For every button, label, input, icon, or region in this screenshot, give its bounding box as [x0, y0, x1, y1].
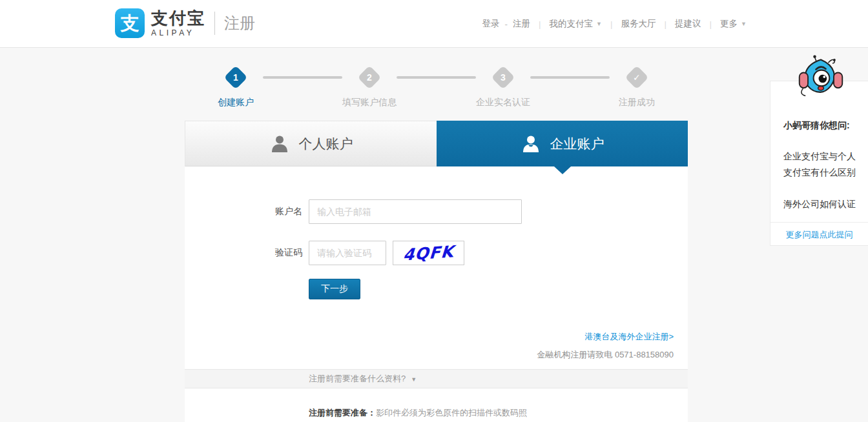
finance-contact-text: 金融机构注册请致电 — [537, 350, 612, 359]
chevron-down-icon: ▼ — [741, 21, 747, 27]
nav-separator: | — [539, 19, 541, 29]
step-connector — [263, 76, 342, 79]
top-nav: 登录 - 注册 | 我的支付宝▼ | 服务大厅 | 提建议 | 更多▼ — [482, 0, 747, 48]
step-3-label: 企业实名认证 — [476, 97, 530, 108]
step-3-number: 3 — [501, 72, 506, 83]
nav-more[interactable]: 更多▼ — [720, 18, 747, 30]
help-panel: 小蚂哥猜你想问: 企业支付宝与个人支付宝有什么区别 海外公司如何认证 更多问题点… — [770, 81, 868, 246]
alipay-logo-icon: 支 — [115, 8, 145, 38]
brand-name-en: ALIPAY — [151, 28, 205, 38]
nav-register[interactable]: 注册 — [513, 18, 530, 30]
tab-enterprise-account[interactable]: 企业账户 — [437, 121, 688, 166]
step-fill-info: 2 填写账户信息 — [338, 65, 400, 108]
captcha-input[interactable] — [309, 241, 386, 265]
nav-service-hall[interactable]: 服务大厅 — [621, 18, 656, 30]
chevron-down-icon: ▼ — [596, 21, 602, 27]
chevron-down-icon: ▼ — [411, 376, 417, 383]
finance-phone: 0571-88158090 — [615, 350, 674, 359]
page: 支 支付宝 ALIPAY 注册 登录 - 注册 | 我的支付宝▼ | 服务大厅 … — [0, 0, 868, 422]
nav-separator: | — [710, 19, 712, 29]
help-footer: 更多问题点此提问 — [770, 222, 868, 245]
tab-enterprise-label: 企业账户 — [550, 135, 604, 153]
nav-my-alipay[interactable]: 我的支付宝▼ — [550, 18, 602, 30]
logo-divider — [214, 12, 215, 35]
page-title: 注册 — [224, 8, 255, 38]
captcha-label: 验证码 — [185, 247, 309, 259]
account-name-label: 账户名 — [185, 206, 309, 217]
prep-accordion-header[interactable]: 注册前需要准备什么资料?▼ — [185, 369, 688, 388]
mascot-robot — [796, 53, 845, 103]
step-2-marker: 2 — [356, 65, 382, 90]
brand-block: 支付宝 ALIPAY — [151, 8, 205, 38]
account-name-input[interactable] — [309, 199, 522, 224]
register-card: 个人账户 企业账户 账户名 验证码 — [185, 121, 688, 422]
captcha-image[interactable]: 4QFK — [393, 241, 464, 265]
aux-links: 港澳台及海外企业注册> 金融机构注册请致电 0571-88158090 — [185, 330, 688, 361]
nav-separator: | — [665, 19, 667, 29]
nav-login[interactable]: 登录 — [482, 18, 500, 30]
account-name-row: 账户名 — [185, 199, 688, 225]
help-question-2[interactable]: 海外公司如何认证 — [783, 196, 859, 212]
step-success: ✓ 注册成功 — [606, 65, 668, 108]
help-title: 小蚂哥猜你想问: — [783, 120, 859, 132]
overseas-register-link[interactable]: 港澳台及海外企业注册> — [584, 332, 674, 341]
captcha-row: 验证码 4QFK — [185, 240, 688, 266]
step-1-marker: 1 — [223, 65, 249, 90]
step-verify-enterprise: 3 企业实名认证 — [472, 65, 534, 108]
step-2-number: 2 — [367, 72, 372, 83]
submit-row: 下一步 — [185, 279, 688, 299]
logo-glyph: 支 — [121, 13, 140, 34]
progress-steps: 1 创建账户 2 填写账户信息 3 企业实名认证 ✓ 注册成功 — [185, 65, 688, 108]
step-1-number: 1 — [233, 72, 238, 83]
register-form: 账户名 验证码 4QFK 下一步 — [185, 166, 688, 299]
tab-personal-account[interactable]: 个人账户 — [185, 121, 437, 166]
person-icon — [269, 134, 290, 154]
header: 支 支付宝 ALIPAY 注册 登录 - 注册 | 我的支付宝▼ | 服务大厅 … — [0, 0, 868, 48]
step-2-label: 填写账户信息 — [342, 97, 397, 108]
check-icon: ✓ — [633, 72, 641, 83]
account-type-tabs: 个人账户 企业账户 — [185, 121, 688, 166]
prep-label: 注册前需要准备： — [309, 408, 376, 417]
tab-personal-label: 个人账户 — [299, 135, 353, 153]
step-4-label: 注册成功 — [619, 97, 655, 108]
business-person-icon — [521, 134, 541, 154]
step-1-label: 创建账户 — [218, 97, 254, 108]
step-create-account: 1 创建账户 — [205, 65, 267, 108]
step-connector — [530, 76, 610, 79]
prep-question: 注册前需要准备什么资料? — [309, 374, 406, 383]
prep-content: 注册前需要准备：影印件必须为彩色原件的扫描件或数码照 — [185, 388, 688, 419]
nav-my-alipay-label: 我的支付宝 — [550, 18, 594, 30]
nav-suggestions[interactable]: 提建议 — [675, 18, 701, 30]
prep-text: 影印件必须为彩色原件的扫描件或数码照 — [376, 408, 527, 417]
alipay-logo[interactable]: 支 支付宝 ALIPAY 注册 — [115, 8, 255, 38]
step-4-marker: ✓ — [624, 65, 650, 90]
mascot-robot-icon — [796, 53, 845, 103]
help-question-1[interactable]: 企业支付宝与个人支付宝有什么区别 — [783, 148, 859, 181]
step-connector — [397, 76, 476, 79]
brand-name-cn: 支付宝 — [151, 8, 205, 28]
captcha-code: 4QFK — [402, 242, 455, 265]
next-step-button[interactable]: 下一步 — [309, 279, 360, 299]
nav-separator: | — [610, 19, 613, 29]
tab-pointer — [554, 166, 571, 174]
more-questions-link[interactable]: 更多问题点此提问 — [786, 230, 853, 239]
step-3-marker: 3 — [490, 65, 516, 90]
nav-more-label: 更多 — [720, 18, 738, 30]
nav-dash: - — [505, 19, 508, 29]
finance-contact-line: 金融机构注册请致电 0571-88158090 — [185, 349, 674, 361]
